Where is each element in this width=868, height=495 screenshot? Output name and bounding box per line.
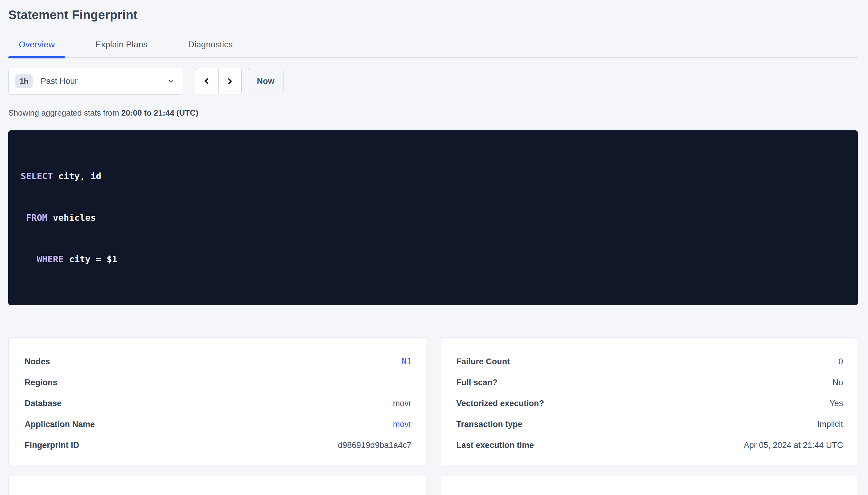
detail-row-transaction-type: Transaction type Implicit xyxy=(457,414,844,435)
detail-row-last-execution-time: Last execution time Apr 05, 2024 at 21:4… xyxy=(457,435,844,456)
chevron-left-icon xyxy=(202,76,211,86)
row-value: Yes xyxy=(830,399,843,408)
row-value: d986919d9ba1a4c7 xyxy=(338,441,411,450)
statement-fingerprint-page: Statement Fingerprint Overview Explain P… xyxy=(0,7,868,495)
details-card-left: Nodes N1 Regions Database movr Applicati… xyxy=(8,337,426,466)
aggregated-stats-line: Showing aggregated stats from 20:00 to 2… xyxy=(8,108,858,117)
time-range-pager xyxy=(195,68,242,95)
time-range-selected-label: Past Hour xyxy=(40,76,78,86)
row-label: Database xyxy=(24,399,62,408)
stats-card-left: Statement Time 454.1 µs Execution: 373.4… xyxy=(8,476,426,495)
next-range-button[interactable] xyxy=(218,68,242,94)
time-picker-toolbar: 1h Past Hour Now xyxy=(8,68,858,95)
tab-explain-plans-label: Explain Plans xyxy=(95,40,148,50)
row-label: Last execution time xyxy=(457,441,534,450)
tab-bar: Overview Explain Plans Diagnostics xyxy=(8,32,858,58)
detail-row-database: Database movr xyxy=(24,393,411,414)
sql-keyword: SELECT xyxy=(21,171,53,182)
tab-diagnostics[interactable]: Diagnostics xyxy=(178,32,243,57)
sql-statement-box: SELECT city, id FROM vehicles WHERE city… xyxy=(8,130,858,305)
detail-row-application-name: Application Name movr xyxy=(24,414,411,435)
sql-line: FROM vehicles xyxy=(21,211,846,225)
tab-overview-label: Overview xyxy=(19,40,55,50)
chevron-down-icon xyxy=(167,77,175,85)
detail-row-failure-count: Failure Count 0 xyxy=(457,351,844,372)
row-label: Regions xyxy=(24,378,58,387)
time-range-dropdown[interactable]: 1h Past Hour xyxy=(8,68,183,95)
now-button[interactable]: Now xyxy=(248,68,283,95)
details-card-right: Failure Count 0 Full scan? No Vectorized… xyxy=(440,337,858,466)
detail-row-vectorized-execution: Vectorized execution? Yes xyxy=(457,393,844,414)
detail-row-full-scan: Full scan? No xyxy=(457,372,844,393)
stat-row-statement-time: Statement Time 454.1 µs xyxy=(24,491,411,495)
tab-diagnostics-label: Diagnostics xyxy=(188,40,233,50)
row-value: Apr 05, 2024 at 21:44 UTC xyxy=(744,441,843,450)
detail-row-nodes: Nodes N1 xyxy=(24,351,411,372)
aggregated-stats-prefix: Showing aggregated stats from xyxy=(8,108,121,117)
detail-row-regions: Regions xyxy=(24,372,411,393)
stat-row-contention-time: Contention Time 24.7 µs xyxy=(457,491,844,495)
row-label: Transaction type xyxy=(457,420,523,429)
row-label: Vectorized execution? xyxy=(457,399,544,408)
active-tab-underline xyxy=(8,56,65,58)
node-link[interactable]: N1 xyxy=(402,357,411,366)
row-value: movr xyxy=(393,399,411,408)
row-value: 0 xyxy=(838,357,843,366)
row-value: Implicit xyxy=(817,420,843,429)
aggregated-stats-range: 20:00 to 21:44 (UTC) xyxy=(121,108,198,117)
summary-cards-grid: Nodes N1 Regions Database movr Applicati… xyxy=(8,337,858,495)
sql-keyword: FROM xyxy=(26,212,47,223)
time-range-badge: 1h xyxy=(15,74,33,88)
application-name-link[interactable]: movr xyxy=(393,420,411,429)
sql-line: WHERE city = $1 xyxy=(21,252,846,266)
page-title: Statement Fingerprint xyxy=(8,7,858,23)
row-label: Full scan? xyxy=(457,378,498,387)
row-label: Application Name xyxy=(24,420,95,429)
stats-card-right: Contention Time 24.7 µs SQL CPU Time 16.… xyxy=(440,476,858,495)
detail-row-fingerprint-id: Fingerprint ID d986919d9ba1a4c7 xyxy=(24,435,411,456)
previous-range-button[interactable] xyxy=(195,68,218,94)
sql-keyword: WHERE xyxy=(37,254,63,264)
row-value: No xyxy=(832,378,843,387)
row-label: Fingerprint ID xyxy=(24,441,79,450)
row-label: Nodes xyxy=(24,357,50,366)
sql-line: SELECT city, id xyxy=(21,169,846,183)
tab-overview[interactable]: Overview xyxy=(8,32,65,57)
row-label: Failure Count xyxy=(457,357,510,366)
tab-explain-plans[interactable]: Explain Plans xyxy=(85,32,158,57)
chevron-right-icon xyxy=(225,76,234,86)
